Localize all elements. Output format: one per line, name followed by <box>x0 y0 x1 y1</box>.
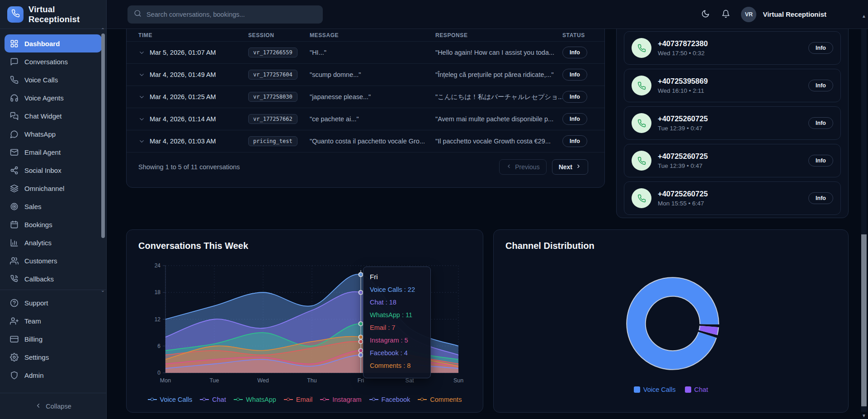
tooltip-entry: Facebook : 4 <box>370 347 424 359</box>
phone-icon <box>632 113 651 133</box>
call-card[interactable]: +40737872380 Wed 17:50 • 0:32 Info <box>624 31 841 65</box>
info-button[interactable]: Info <box>562 113 587 125</box>
chevron-down-icon[interactable] <box>138 138 145 145</box>
gear-icon <box>10 353 19 362</box>
legend-item-comments[interactable]: Comments <box>418 396 462 403</box>
legend-item-email[interactable]: Email <box>284 396 312 403</box>
sidebar-item-support[interactable]: Support <box>5 294 102 312</box>
sidebar-item-label: Bookings <box>24 221 52 229</box>
phone-icon <box>10 76 19 84</box>
app-root: Virtual Receptionist DashboardConversati… <box>0 0 868 419</box>
message-cell: "Quanto costa il pacchetto vocale Gro... <box>310 138 435 145</box>
sidebar-item-conversations[interactable]: Conversations <box>5 52 102 71</box>
scrollbar-thumb[interactable] <box>861 234 867 406</box>
main-area: VR Virtual Receptionist TIME SESSION MES… <box>107 0 868 419</box>
legend-item-voice-calls[interactable]: Voice Calls <box>634 386 676 393</box>
app-title: Virtual Receptionist <box>28 5 99 24</box>
tooltip-title: Fri <box>370 273 424 281</box>
legend-swatch <box>148 399 157 400</box>
response-cell: "Hello again! How can I assist you toda.… <box>435 49 562 56</box>
table-row[interactable]: Mar 4, 2026, 01:14 AM vr_177257662 "ce p… <box>127 108 604 130</box>
search-icon <box>134 10 142 19</box>
info-button[interactable]: Info <box>562 91 587 103</box>
sidebar-item-voice-agents[interactable]: Voice Agents <box>5 89 102 107</box>
svg-text:Fri: Fri <box>358 377 364 384</box>
sidebar-item-email-agent[interactable]: Email Agent <box>5 143 102 161</box>
sidebar-item-analytics[interactable]: Analytics <box>5 233 102 252</box>
notifications-button[interactable] <box>721 9 731 20</box>
sidebar-item-billing[interactable]: Billing <box>5 330 102 348</box>
next-button[interactable]: Next <box>552 159 588 175</box>
session-cell: vr_177257662 <box>248 114 310 124</box>
svg-text:0: 0 <box>157 370 160 376</box>
sidebar-item-voice-calls[interactable]: Voice Calls <box>5 71 102 89</box>
avatar[interactable]: VR <box>741 7 756 22</box>
chevron-left-icon <box>506 163 512 171</box>
legend-item-chat[interactable]: Chat <box>685 386 708 393</box>
info-button[interactable]: Info <box>562 135 587 147</box>
scroll-down-icon[interactable]: ▼ <box>861 413 867 418</box>
previous-button[interactable]: Previous <box>499 159 546 175</box>
chevron-down-icon[interactable] <box>138 71 145 78</box>
legend-item-instagram[interactable]: Instagram <box>320 396 361 403</box>
info-button[interactable]: Info <box>808 155 833 167</box>
info-button[interactable]: Info <box>808 80 833 91</box>
legend-item-chat[interactable]: Chat <box>200 396 226 403</box>
sidebar-item-callbacks[interactable]: Callbacks <box>5 270 102 288</box>
sidebar-scroll-down-icon[interactable]: ⌄ <box>101 287 105 293</box>
legend-item-voice-calls[interactable]: Voice Calls <box>148 396 193 403</box>
sidebar-item-whatsapp[interactable]: WhatsApp <box>5 125 102 143</box>
info-button[interactable]: Info <box>808 42 833 54</box>
table-row[interactable]: Mar 4, 2026, 01:25 AM vr_177258030 "japa… <box>127 86 604 108</box>
target-icon <box>10 202 19 211</box>
svg-text:Sun: Sun <box>453 377 463 384</box>
search-input[interactable] <box>146 11 316 18</box>
main-scrollbar[interactable]: ▲ ▼ <box>861 14 867 418</box>
sidebar-item-settings[interactable]: Settings <box>5 348 102 366</box>
svg-text:6: 6 <box>157 343 160 349</box>
chevron-down-icon[interactable] <box>138 116 145 123</box>
call-card[interactable]: +40725260725 Tue 12:39 • 0:47 Info <box>624 144 841 177</box>
info-button[interactable]: Info <box>562 47 587 58</box>
dark-mode-toggle[interactable] <box>700 9 711 20</box>
collapse-button[interactable]: Collapse <box>0 393 106 419</box>
sidebar-scroll-up-icon[interactable]: ⌃ <box>101 27 105 33</box>
info-button[interactable]: Info <box>562 69 587 81</box>
sidebar-item-label: Analytics <box>24 239 52 247</box>
sidebar-item-customers[interactable]: Customers <box>5 252 102 270</box>
svg-text:Sat: Sat <box>406 377 414 384</box>
table-row[interactable]: Mar 4, 2026, 01:49 AM vr_177257604 "scum… <box>127 63 604 86</box>
scroll-up-icon[interactable]: ▲ <box>861 14 867 19</box>
sidebar-item-sales[interactable]: Sales <box>5 197 102 215</box>
legend-item-facebook[interactable]: Facebook <box>369 396 410 403</box>
message-cell: "scump domne..." <box>310 71 435 78</box>
call-card[interactable]: +40725260725 Mon 15:55 • 6:47 Info <box>624 181 841 215</box>
sidebar-item-bookings[interactable]: Bookings <box>5 215 102 233</box>
sidebar-item-social-inbox[interactable]: Social Inbox <box>5 161 102 179</box>
call-card[interactable]: +40725395869 Wed 16:10 • 2:11 Info <box>624 69 841 102</box>
info-button[interactable]: Info <box>808 192 833 204</box>
tooltip-entry: Voice Calls : 22 <box>370 283 424 296</box>
sidebar-item-omnichannel[interactable]: Omnichannel <box>5 179 102 197</box>
pagination-summary: Showing 1 to 5 of 11 conversations <box>138 163 240 171</box>
sidebar-item-label: Dashboard <box>24 40 60 48</box>
info-button[interactable]: Info <box>808 117 833 129</box>
legend-item-whatsapp[interactable]: WhatsApp <box>234 396 276 403</box>
chevron-down-icon[interactable] <box>138 94 145 100</box>
call-card[interactable]: +40725260725 Tue 12:39 • 0:47 Info <box>624 106 841 140</box>
search-box[interactable] <box>127 5 323 24</box>
chevron-down-icon[interactable] <box>138 49 145 56</box>
table-row[interactable]: Mar 5, 2026, 01:07 AM vr_177266559 "HI..… <box>127 41 604 63</box>
sidebar-item-admin[interactable]: Admin <box>5 366 102 384</box>
sidebar-item-label: Customers <box>24 257 57 265</box>
session-cell: vr_177257604 <box>248 70 310 80</box>
sidebar-scrollbar-thumb[interactable] <box>101 33 105 238</box>
sidebar-item-chat-widget[interactable]: Chat Widget <box>5 107 102 125</box>
donut-chart-legend: Voice CallsChat <box>494 386 848 393</box>
table-row[interactable]: Mar 4, 2026, 01:03 AM pricing_test "Quan… <box>127 130 604 152</box>
phone-icon <box>632 188 651 208</box>
sidebar-item-team[interactable]: Team <box>5 312 102 330</box>
call-number: +40725260725 <box>658 190 708 198</box>
sidebar-item-dashboard[interactable]: Dashboard <box>5 34 102 52</box>
topbar: VR Virtual Receptionist <box>107 0 868 29</box>
